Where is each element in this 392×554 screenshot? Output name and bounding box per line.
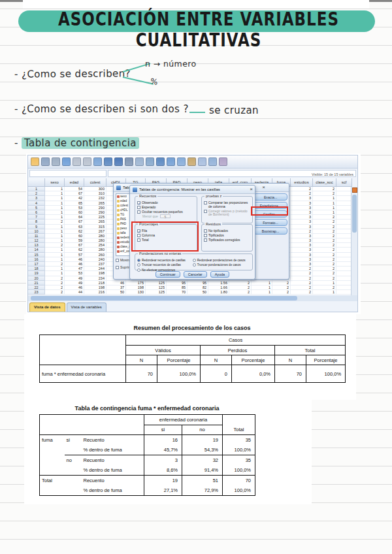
data-cell[interactable]: 65 <box>65 201 84 206</box>
horizontal-scroll-thumb[interactable] <box>31 296 297 301</box>
value-labels-icon[interactable] <box>188 157 196 166</box>
data-cell[interactable] <box>336 290 352 295</box>
data-cell[interactable] <box>336 234 352 238</box>
insert-cases-icon[interactable] <box>135 157 144 166</box>
data-cell[interactable]: 1 <box>45 267 65 271</box>
data-cell[interactable]: 67 <box>65 220 84 224</box>
data-cell[interactable] <box>336 225 352 229</box>
data-cell[interactable]: 2 <box>229 290 252 295</box>
button-exacta[interactable]: Exacta... <box>253 193 287 201</box>
data-cell[interactable]: 2 <box>45 285 65 290</box>
data-cell[interactable]: 62 <box>65 248 84 252</box>
data-cell[interactable] <box>336 281 352 285</box>
data-cell[interactable]: 2 <box>313 285 336 290</box>
data-cell[interactable]: 46 <box>65 257 84 262</box>
data-cell[interactable]: 2 <box>313 271 336 276</box>
button-ayuda[interactable]: Ayuda <box>210 271 230 278</box>
data-cell[interactable]: 1 <box>252 285 272 290</box>
data-cell[interactable] <box>336 201 352 206</box>
data-cell[interactable]: 2 <box>291 187 313 191</box>
row-number[interactable]: 10 <box>28 229 45 234</box>
goto-case-icon[interactable] <box>93 157 102 166</box>
row-number[interactable]: 20 <box>28 276 45 281</box>
vertical-scroll-thumb[interactable] <box>352 195 357 233</box>
data-cell[interactable]: 265 <box>84 201 106 206</box>
data-cell[interactable]: 290 <box>84 210 106 215</box>
data-cell[interactable]: 3 <box>291 210 313 215</box>
checkbox-icon[interactable] <box>204 229 207 233</box>
checkbox-icon[interactable] <box>204 234 207 237</box>
data-cell[interactable]: 67 <box>65 191 84 196</box>
button-formato[interactable]: Formato... <box>253 219 287 226</box>
data-cell[interactable]: 3 <box>291 248 313 252</box>
data-cell[interactable]: 198 <box>84 285 106 290</box>
row-number[interactable]: 4 <box>28 201 45 206</box>
data-cell[interactable] <box>336 276 352 281</box>
data-cell[interactable]: 62 <box>65 229 84 234</box>
data-cell[interactable]: 2 <box>313 257 336 262</box>
data-cell[interactable]: 1 <box>313 210 336 215</box>
data-cell[interactable]: 2 <box>291 191 313 196</box>
checkbox-ocultar-recuentos-pequeños[interactable]: Ocultar recuentos pequeños <box>137 210 195 214</box>
button-continuar[interactable]: Continuar <box>155 271 180 278</box>
data-cell[interactable]: 2 <box>313 234 336 238</box>
checkbox-tipificados[interactable]: Tipificados <box>204 234 250 238</box>
data-cell[interactable]: 54 <box>65 187 84 191</box>
checkbox-icon[interactable] <box>116 259 119 262</box>
data-cell[interactable]: 95 <box>188 281 208 285</box>
data-cell[interactable]: 3 <box>291 215 313 220</box>
data-cell[interactable]: 2 <box>313 215 336 220</box>
data-cell[interactable] <box>336 257 352 262</box>
data-cell[interactable]: 2 <box>313 253 336 257</box>
data-cell[interactable]: 3 <box>291 238 313 243</box>
data-cell[interactable]: 59 <box>65 238 84 243</box>
data-cell[interactable]: 2 <box>272 281 291 285</box>
data-cell[interactable] <box>336 238 352 243</box>
data-cell[interactable]: 2 <box>291 281 313 285</box>
row-number[interactable]: 22 <box>28 285 45 290</box>
data-cell[interactable]: 2 <box>313 191 336 196</box>
data-cell[interactable]: 46 <box>65 262 84 267</box>
data-cell[interactable]: 1 <box>313 281 336 285</box>
data-cell[interactable]: 2 <box>45 281 65 285</box>
checkbox-comparar-las-proporciones-de-columna[interactable]: Comparar las proporciones de columna <box>204 201 250 209</box>
data-cell[interactable]: 49 <box>65 281 84 285</box>
data-cell[interactable]: 1 <box>45 229 65 234</box>
close-icon[interactable]: × <box>250 186 253 193</box>
data-cell[interactable]: 280 <box>84 248 106 252</box>
data-cell[interactable]: 175 <box>126 281 146 285</box>
use-variable-sets-icon[interactable] <box>198 157 206 166</box>
data-cell[interactable]: 37 <box>106 285 126 290</box>
data-cell[interactable]: 265 <box>84 220 106 224</box>
column-header-scf[interactable]: scf <box>336 178 352 187</box>
row-number[interactable]: 14 <box>28 248 45 252</box>
data-cell[interactable]: 218 <box>84 281 106 285</box>
checkbox-icon[interactable] <box>204 201 207 204</box>
data-cell[interactable]: 44 <box>65 290 84 295</box>
tab-vista-de-datos[interactable]: Vista de datos <box>29 302 65 312</box>
data-cell[interactable]: 1.66 <box>208 285 229 290</box>
spell-check-icon[interactable] <box>219 157 227 166</box>
data-cell[interactable]: 234 <box>84 276 106 281</box>
data-cell[interactable]: 1 <box>45 206 65 210</box>
data-cell[interactable]: 1 <box>313 196 336 201</box>
data-cell[interactable]: 57 <box>65 253 84 257</box>
data-cell[interactable]: 2 <box>313 187 336 191</box>
row-number[interactable]: 21 <box>28 281 45 285</box>
data-cell[interactable]: 315 <box>84 225 106 229</box>
row-number[interactable]: 17 <box>28 262 45 267</box>
row-number[interactable]: 16 <box>28 257 45 262</box>
data-cell[interactable]: 42 <box>65 196 84 201</box>
data-cell[interactable]: 2 <box>313 267 336 271</box>
row-number[interactable]: 11 <box>28 234 45 238</box>
data-cell[interactable]: 1 <box>313 201 336 206</box>
data-cell[interactable]: 2 <box>313 243 336 248</box>
column-header-estudios[interactable]: estudios <box>291 178 313 187</box>
button-bootstrap[interactable]: Bootstrap... <box>253 227 287 235</box>
data-cell[interactable]: 240 <box>84 257 106 262</box>
find-icon[interactable] <box>125 157 133 166</box>
data-cell[interactable]: 50 <box>188 290 208 295</box>
column-header-edad[interactable]: edad <box>65 178 84 187</box>
data-cell[interactable]: 49 <box>65 276 84 281</box>
goto-variable-icon[interactable] <box>104 157 112 166</box>
